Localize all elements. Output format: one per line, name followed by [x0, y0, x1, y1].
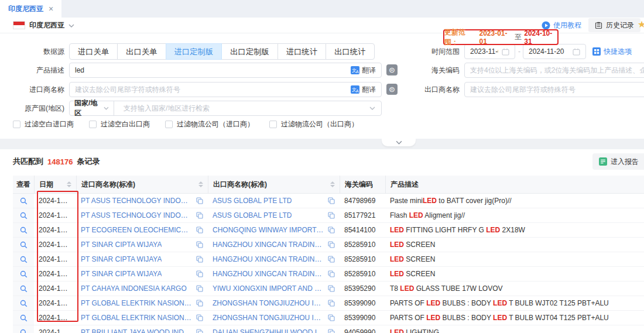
filter-checkbox[interactable]: 过滤物流公司（进口商）	[165, 119, 254, 129]
magnifier-icon[interactable]	[20, 300, 28, 307]
filter-checkbox[interactable]: 过滤物流公司（出口商）	[269, 119, 358, 129]
column-header-importer[interactable]: 进口商名称(标准)	[76, 176, 208, 193]
view-record-button[interactable]	[13, 325, 34, 333]
exporter-name-field[interactable]	[464, 82, 644, 97]
copy-icon[interactable]	[328, 314, 335, 321]
sort-icon[interactable]	[198, 181, 203, 187]
exact-match-toggle[interactable]: ⊜	[386, 84, 398, 95]
checkbox-box[interactable]	[13, 121, 20, 128]
exporter-link[interactable]: ZHONGSHAN TONGJIUZHOU INTERNA...	[213, 299, 324, 307]
copy-icon[interactable]	[328, 226, 335, 234]
copy-icon[interactable]	[328, 285, 335, 292]
importer-link[interactable]: PT ASUS TECHNOLOGY INDONESIA BA...	[81, 211, 193, 219]
view-record-button[interactable]	[13, 281, 34, 296]
importer-link[interactable]: PT SINAR CIPTA WIJAYA	[81, 270, 162, 278]
tab-close-icon[interactable]: ×	[49, 5, 53, 13]
view-record-button[interactable]	[13, 208, 34, 222]
importer-name-field[interactable]: 文 A 翻译	[69, 82, 382, 97]
product-desc-field[interactable]: 文 A 翻译	[69, 63, 382, 78]
magnifier-icon[interactable]	[20, 226, 28, 234]
magnifier-icon[interactable]	[20, 212, 28, 219]
datasource-option[interactable]: 进口关单	[69, 43, 118, 60]
enter-report-button[interactable]: 进入报告	[592, 153, 644, 170]
translate-button[interactable]: 文 A 翻译	[351, 66, 376, 75]
importer-link[interactable]: PT SINAR CIPTA WIJAYA	[81, 255, 162, 263]
translate-button[interactable]: 文 A 翻译	[351, 85, 376, 95]
copy-icon[interactable]	[328, 197, 335, 204]
copy-icon[interactable]	[196, 226, 203, 234]
importer-link[interactable]: PT ASUS TECHNOLOGY INDONESIA BA...	[81, 197, 193, 205]
datasource-option[interactable]: 出口关单	[117, 43, 166, 60]
view-record-button[interactable]	[13, 252, 34, 266]
importer-link[interactable]: PT SINAR CIPTA WIJAYA	[81, 241, 162, 249]
copy-icon[interactable]	[328, 329, 335, 333]
checkbox-box[interactable]	[165, 121, 173, 128]
copy-icon[interactable]	[196, 197, 203, 204]
view-record-button[interactable]	[13, 194, 34, 208]
column-header-hscode[interactable]: 海关编码	[340, 176, 385, 193]
exporter-link[interactable]: ASUS GLOBAL PTE LTD	[213, 211, 292, 219]
checkbox-box[interactable]	[89, 121, 97, 128]
view-record-button[interactable]	[13, 223, 34, 237]
origin-country-field[interactable]: 国家/地区 支持输入国家/地区进行检索	[69, 101, 382, 116]
magnifier-icon[interactable]	[20, 241, 28, 249]
hs-code-field[interactable]	[464, 63, 644, 78]
view-record-button[interactable]	[13, 238, 34, 252]
exporter-name-input[interactable]	[470, 85, 644, 94]
origin-country-select[interactable]: 国家/地区	[70, 101, 114, 115]
column-header-view[interactable]: 查看	[13, 176, 34, 193]
copy-icon[interactable]	[328, 270, 335, 277]
magnifier-icon[interactable]	[20, 285, 28, 293]
copy-icon[interactable]	[328, 212, 335, 219]
magnifier-icon[interactable]	[20, 314, 28, 322]
view-record-button[interactable]	[13, 267, 34, 281]
view-record-button[interactable]	[13, 311, 34, 325]
importer-link[interactable]: PT GLOBAL ELEKTRIK NASIONAL	[81, 314, 193, 322]
copy-icon[interactable]	[196, 270, 203, 277]
quick-options-button[interactable]: 快捷选项	[592, 44, 632, 59]
copy-icon[interactable]	[328, 241, 335, 248]
tab-indonesia[interactable]: 印度尼西亚 ×	[0, 0, 61, 18]
magnifier-icon[interactable]	[20, 329, 28, 333]
copy-icon[interactable]	[196, 300, 203, 307]
collapse-panel-handle[interactable]	[382, 139, 416, 146]
exporter-link[interactable]: ZHONGSHAN TONGJIUZHOU INTERNA...	[213, 314, 324, 322]
exporter-link[interactable]: HANGZHOU XINGCAN TRADING CO LTD	[213, 255, 324, 263]
magnifier-icon[interactable]	[20, 256, 28, 263]
copy-icon[interactable]	[196, 314, 203, 321]
importer-link[interactable]: PT CAHAYA INDONESIA KARGO	[81, 284, 187, 293]
sort-icon[interactable]	[330, 181, 335, 187]
datasource-option[interactable]: 进口统计	[278, 43, 326, 60]
exporter-link[interactable]: ASUS GLOBAL PTE LTD	[213, 197, 292, 205]
filter-checkbox[interactable]: 过滤空白出口商	[89, 119, 150, 129]
datasource-option[interactable]: 出口统计	[326, 43, 374, 60]
copy-icon[interactable]	[328, 256, 335, 263]
copy-icon[interactable]	[196, 212, 203, 219]
copy-icon[interactable]	[196, 256, 203, 263]
importer-name-input[interactable]	[75, 85, 347, 94]
sort-icon[interactable]	[67, 181, 71, 187]
column-header-description[interactable]: 产品描述	[385, 176, 644, 193]
importer-link[interactable]: PT ECOGREEN OLEOCHEMICALS	[81, 226, 193, 234]
exporter-link[interactable]: YIWU XIONGXIN IMPORT AND EXPORT...	[213, 284, 324, 293]
importer-link[interactable]: PT BRILLIANT JAYA WOOD INDUSTRY	[81, 328, 193, 333]
exporter-link[interactable]: DALIAN SHENGZHIHUI WOOD INDUST...	[213, 328, 324, 333]
history-button[interactable]: 历史记录	[588, 18, 640, 32]
datasource-option[interactable]: 进口定制版	[166, 43, 222, 60]
product-desc-input[interactable]	[75, 66, 347, 74]
date-to-field[interactable]	[523, 44, 586, 59]
hs-code-input[interactable]	[470, 66, 644, 74]
column-header-exporter[interactable]: 出口商名称(标准)	[208, 176, 340, 193]
date-from-input[interactable]	[470, 47, 498, 56]
copy-icon[interactable]	[196, 329, 203, 333]
view-record-button[interactable]	[13, 296, 34, 310]
exporter-link[interactable]: HANGZHOU XINGCAN TRADING CO LTD	[213, 270, 324, 278]
copy-icon[interactable]	[196, 285, 203, 292]
datasource-option[interactable]: 出口定制版	[221, 43, 278, 60]
copy-icon[interactable]	[328, 300, 335, 307]
checkbox-box[interactable]	[269, 121, 277, 128]
favorite-star-icon[interactable]: ★	[638, 19, 644, 30]
exporter-link[interactable]: CHONGQING WINWAY IMPORT AND E...	[213, 226, 324, 234]
date-to-input[interactable]	[529, 47, 569, 56]
column-header-date[interactable]: 日期	[34, 176, 76, 193]
